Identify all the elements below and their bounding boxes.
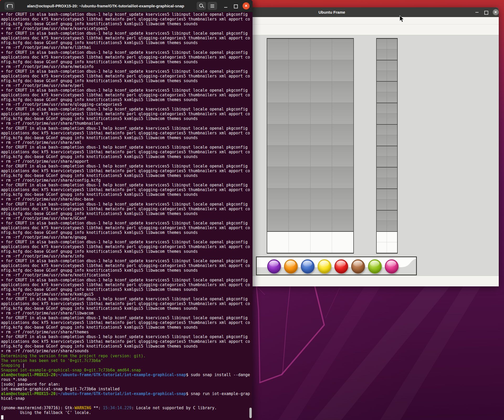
terminal-scrollbar-thumb[interactable] xyxy=(249,408,252,418)
feedback-cell xyxy=(387,189,397,200)
menu-button[interactable] xyxy=(208,2,217,10)
terminal-line: + rm -rf /root/prime/usr/share/config.kc… xyxy=(1,178,253,183)
terminal-line: nfig.kcfg doc-base GConf gnupg info knot… xyxy=(1,60,253,64)
terminal-close-button[interactable]: ✕ xyxy=(243,2,250,9)
guess-row xyxy=(267,82,353,103)
guess-cell xyxy=(289,210,310,231)
palette-ball-brown[interactable] xyxy=(351,259,365,274)
terminal-line: applications doc kf5 kservicetypes5 libt… xyxy=(1,17,253,22)
terminal-line: + for CRUFT in alsa bash-completion dbus… xyxy=(1,297,253,301)
terminal-line: + for CRUFT in alsa bash-completion dbus… xyxy=(1,126,253,131)
terminal-maximize-button[interactable] xyxy=(231,2,240,10)
search-button[interactable] xyxy=(197,2,206,10)
feedback-cell xyxy=(377,167,387,178)
terminal-line: + rm -rf /root/prime/usr/share/knotifica… xyxy=(1,273,253,277)
terminal-line: applications doc kf5 kservicetypes5 libt… xyxy=(1,93,253,97)
palette-ball-blue[interactable] xyxy=(301,259,314,274)
terminal-line: + rm -rf /root/prime/usr/share/metainfo xyxy=(1,64,253,69)
terminal-line: rous *.snap xyxy=(1,377,253,382)
guess-grid xyxy=(267,38,354,254)
feedback-group xyxy=(377,39,397,60)
terminal-line: + rm -rf /root/prime/usr/share/xml xyxy=(1,140,253,145)
terminal-line: + rm -rf /root/prime/usr/share/kxmlgui5 xyxy=(1,292,253,297)
guess-row xyxy=(267,167,353,188)
terminal-line: + for CRUFT in alsa bash-completion dbus… xyxy=(1,50,253,55)
feedback-cell xyxy=(387,200,397,210)
palette-ball-purple[interactable] xyxy=(267,259,281,274)
terminal-line: + rm -rf /root/prime/usr/share/themes xyxy=(1,330,253,334)
feedback-cell xyxy=(377,49,387,60)
feedback-group xyxy=(377,167,397,189)
terminal-line: + rm -rf /root/prime/usr/share/perl xyxy=(1,83,253,88)
terminal-screen[interactable]: + for CRUFT in alsa bash-completion dbus… xyxy=(0,12,253,420)
frame-close-button[interactable]: ✕ xyxy=(491,7,500,17)
terminal-line: + for CRUFT in alsa bash-completion dbus… xyxy=(1,259,253,263)
guess-cell xyxy=(267,103,289,124)
guess-row xyxy=(267,146,353,167)
guess-cell xyxy=(289,188,310,209)
terminal-line: hical-snap xyxy=(1,396,253,401)
feedback-cell xyxy=(387,178,397,188)
feedback-cell xyxy=(387,232,397,242)
terminal-line: nfig.kcfg doc-base GConf gnupg info knot… xyxy=(1,154,253,159)
new-tab-button[interactable]: + xyxy=(4,2,14,10)
guess-cell xyxy=(311,188,332,209)
guess-cell xyxy=(289,103,310,124)
desktop: Ubuntu Frame ✕ xyxy=(0,0,504,420)
guess-cell xyxy=(267,210,289,231)
palette-ball-orange[interactable] xyxy=(284,259,298,274)
guess-cell xyxy=(289,82,310,103)
guess-cell xyxy=(332,39,353,60)
terminal-line: + rm -rf /root/prime/usr/share/qlogging-… xyxy=(1,102,253,107)
terminal-line: + for CRUFT in alsa bash-completion dbus… xyxy=(1,88,253,93)
terminal-line: nfig.kcfg doc-base GConf gnupg info knot… xyxy=(1,211,253,216)
guess-cell xyxy=(267,60,289,81)
terminal-line: + for CRUFT in alsa bash-completion dbus… xyxy=(1,69,253,74)
terminal-line: nfig.kcfg doc-base GConf gnupg info knot… xyxy=(1,40,253,45)
feedback-cell xyxy=(387,82,397,92)
terminal-line: + rm -rf /root/prime/usr/share/thumbnail… xyxy=(1,121,253,126)
terminal-line: + for CRUFT in alsa bash-completion dbus… xyxy=(1,183,253,187)
guess-cell xyxy=(332,167,353,188)
guess-cell[interactable] xyxy=(311,232,332,253)
frame-maximize-button[interactable] xyxy=(481,7,490,17)
feedback-cell xyxy=(387,125,397,135)
terminal-titlebar[interactable]: + alan@octopull-PROX15-20: ~/ubuntu-fram… xyxy=(0,0,253,12)
terminal-title: alan@octopull-PROX15-20: ~/ubuntu-frame/… xyxy=(14,0,197,12)
terminal-line xyxy=(1,401,253,406)
feedback-cell xyxy=(377,135,387,146)
search-icon xyxy=(199,4,203,7)
feedback-cell xyxy=(387,92,397,103)
terminal-minimize-button[interactable] xyxy=(221,2,230,10)
terminal-line: applications doc kf5 kservicetypes5 libt… xyxy=(1,187,253,192)
guess-cell[interactable] xyxy=(289,232,310,253)
guess-cell[interactable] xyxy=(267,232,289,253)
palette-ball-magenta[interactable] xyxy=(385,259,398,274)
terminal-line: + for CRUFT in alsa bash-completion dbus… xyxy=(1,145,253,150)
guess-cell xyxy=(311,167,332,188)
guess-cell[interactable] xyxy=(332,232,353,253)
feedback-cell xyxy=(377,103,387,114)
feedback-cell xyxy=(377,125,387,135)
terminal-line: applications doc kf5 kservicetypes5 libt… xyxy=(1,225,253,230)
terminal-line: nfig.kcfg doc-base GConf gnupg info knot… xyxy=(1,325,253,330)
guess-cell xyxy=(267,82,289,103)
terminal-line: + rm -rf /root/prime/usr/share/doc-base xyxy=(1,197,253,202)
terminal-line: + for CRUFT in alsa bash-completion dbus… xyxy=(1,164,253,169)
palette-ball-green[interactable] xyxy=(368,259,382,274)
frame-minimize-button[interactable] xyxy=(472,7,481,17)
guess-cell xyxy=(332,103,353,124)
terminal-line: iot-example-graphical-snap 0+git.7c73b6a… xyxy=(1,387,253,391)
feedback-cell xyxy=(377,39,387,49)
terminal-line: nfig.kcfg doc-base GConf gnupg info knot… xyxy=(1,230,253,235)
feedback-cell xyxy=(387,135,397,146)
minimize-icon xyxy=(475,12,479,13)
feedback-cell xyxy=(387,242,397,253)
palette-ball-red[interactable] xyxy=(334,259,348,274)
terminal-line: + rm -rf /root/prime/usr/share/kservicet… xyxy=(1,26,253,31)
guess-cell xyxy=(289,167,310,188)
terminal-line: applications doc kf5 kservicetypes5 libt… xyxy=(1,207,253,211)
terminal-line: + rm -rf /root/prime/usr/share/apport xyxy=(1,159,253,164)
palette-ball-yellow[interactable] xyxy=(318,259,331,274)
feedback-cell xyxy=(387,60,397,71)
